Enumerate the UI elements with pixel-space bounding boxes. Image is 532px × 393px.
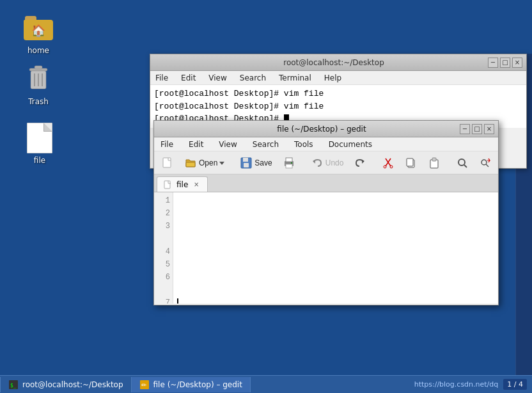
- file-tab-close[interactable]: ×: [192, 180, 201, 189]
- editor-line-4: [177, 246, 494, 259]
- home-icon[interactable]: 🏠 home: [13, 13, 64, 55]
- gedit-toolbar: Open Save: [154, 151, 498, 174]
- file-tab-icon: [164, 180, 173, 189]
- print-icon: [283, 157, 295, 169]
- paste-icon: [428, 157, 441, 169]
- terminal-title: root@localhost:~/Desktop: [180, 58, 488, 67]
- save-button[interactable]: Save: [235, 154, 276, 172]
- svg-point-20: [384, 166, 386, 168]
- editor-line-2: [177, 208, 494, 220]
- trash-svg-icon: [26, 65, 51, 94]
- line-numbers: 1 2 3 4 5 6 7: [154, 192, 173, 304]
- new-file-button[interactable]: [157, 154, 178, 172]
- undo-button[interactable]: Undo: [306, 154, 348, 172]
- line-num-4: [154, 233, 170, 246]
- line-num-8: [154, 284, 170, 297]
- line-num-7: 6: [154, 272, 170, 284]
- copy-icon: [405, 157, 418, 169]
- file-desktop-icon[interactable]: file: [14, 123, 65, 165]
- taskbar: $_ root@localhost:~/Desktop ✏ file (~/De…: [0, 375, 532, 393]
- taskbar-terminal-label: root@localhost:~/Desktop: [22, 380, 123, 389]
- undo-label: Undo: [325, 158, 344, 167]
- svg-marker-8: [219, 162, 224, 165]
- terminal-minimize-button[interactable]: −: [488, 58, 498, 68]
- svg-line-29: [486, 164, 489, 167]
- svg-marker-17: [362, 160, 364, 164]
- trash-desktop-icon[interactable]: Trash: [13, 64, 64, 106]
- file-tab[interactable]: file ×: [157, 176, 208, 192]
- gedit-title: file (~/Desktop) – gedit: [184, 125, 460, 134]
- svg-text:$_: $_: [10, 383, 17, 389]
- gedit-tabs: file ×: [154, 174, 498, 192]
- open-button[interactable]: Open: [180, 154, 229, 172]
- taskbar-terminal-icon: $_: [8, 380, 19, 390]
- svg-rect-23: [407, 158, 413, 166]
- gedit-close-button[interactable]: ×: [484, 124, 494, 134]
- open-icon: [184, 157, 197, 169]
- svg-line-27: [464, 165, 467, 167]
- terminal-menu-edit[interactable]: Edit: [178, 72, 198, 84]
- terminal-maximize-button[interactable]: □: [500, 58, 510, 68]
- svg-rect-30: [164, 181, 170, 189]
- editor-content[interactable]: [173, 192, 498, 304]
- terminal-menu-terminal[interactable]: Terminal: [276, 72, 314, 84]
- gedit-menubar: File Edit View Search Tools Documents: [154, 137, 498, 151]
- print-button[interactable]: [278, 154, 300, 172]
- line-num-9: 7: [154, 297, 170, 304]
- editor-line-7: [177, 297, 494, 304]
- cut-button[interactable]: [377, 154, 399, 172]
- editor-cursor: [177, 298, 178, 304]
- svg-point-28: [481, 160, 487, 165]
- terminal-menu-help[interactable]: Help: [322, 72, 344, 84]
- new-file-icon: [161, 157, 174, 169]
- taskbar-gedit-icon: ✏: [139, 380, 150, 390]
- gedit-menu-tools[interactable]: Tools: [292, 139, 316, 150]
- svg-rect-7: [186, 162, 195, 167]
- svg-rect-6: [163, 158, 171, 167]
- replace-button[interactable]: [474, 154, 496, 172]
- line-num-5: 4: [154, 246, 170, 259]
- svg-point-21: [390, 166, 393, 168]
- terminal-close-button[interactable]: ×: [512, 58, 522, 68]
- terminal-line-1: [root@localhost Desktop]# vim file: [154, 88, 522, 100]
- svg-rect-11: [244, 163, 249, 167]
- cut-icon: [382, 157, 395, 169]
- svg-text:✏: ✏: [141, 381, 147, 389]
- redo-button[interactable]: [349, 154, 371, 172]
- taskbar-url: https://blog.csdn.net/dq: [414, 380, 499, 389]
- terminal-menu-view[interactable]: View: [206, 72, 229, 84]
- gedit-minimize-button[interactable]: −: [460, 124, 470, 134]
- gedit-menu-view[interactable]: View: [216, 139, 239, 150]
- gedit-titlebar: file (~/Desktop) – gedit − □ ×: [154, 121, 498, 137]
- copy-button[interactable]: [400, 154, 422, 172]
- svg-rect-25: [432, 158, 436, 161]
- gedit-menu-search[interactable]: Search: [250, 139, 281, 150]
- gedit-menu-file[interactable]: File: [158, 139, 176, 150]
- taskbar-terminal[interactable]: $_ root@localhost:~/Desktop: [0, 377, 132, 392]
- paste-button[interactable]: [423, 154, 445, 172]
- gedit-window: file (~/Desktop) – gedit − □ × File Edit…: [153, 120, 499, 305]
- line-num-2: 2: [154, 208, 170, 220]
- gedit-menu-edit[interactable]: Edit: [186, 139, 206, 150]
- open-dropdown-icon: [219, 160, 224, 166]
- terminal-menu-search[interactable]: Search: [237, 72, 269, 84]
- line-num-3: 3: [154, 220, 170, 233]
- editor-line-empty-2: [177, 284, 494, 297]
- save-icon: [240, 157, 253, 169]
- taskbar-right: https://blog.csdn.net/dq 1 / 4: [414, 379, 532, 390]
- gedit-maximize-button[interactable]: □: [472, 124, 482, 134]
- taskbar-gedit[interactable]: ✏ file (~/Desktop) – gedit: [132, 377, 251, 392]
- editor-line-1: [177, 195, 494, 208]
- undo-icon: [311, 157, 324, 169]
- svg-point-15: [291, 162, 292, 164]
- find-icon: [456, 157, 469, 169]
- gedit-menu-documents[interactable]: Documents: [326, 139, 375, 150]
- find-button[interactable]: [451, 154, 473, 172]
- terminal-menu-file[interactable]: File: [153, 72, 171, 84]
- line-num-6: 5: [154, 259, 170, 272]
- svg-rect-10: [243, 158, 248, 162]
- editor-line-empty-1: [177, 233, 494, 246]
- gedit-editor[interactable]: 1 2 3 4 5 6 7: [154, 192, 498, 304]
- svg-rect-14: [286, 164, 292, 168]
- svg-rect-1: [35, 66, 42, 69]
